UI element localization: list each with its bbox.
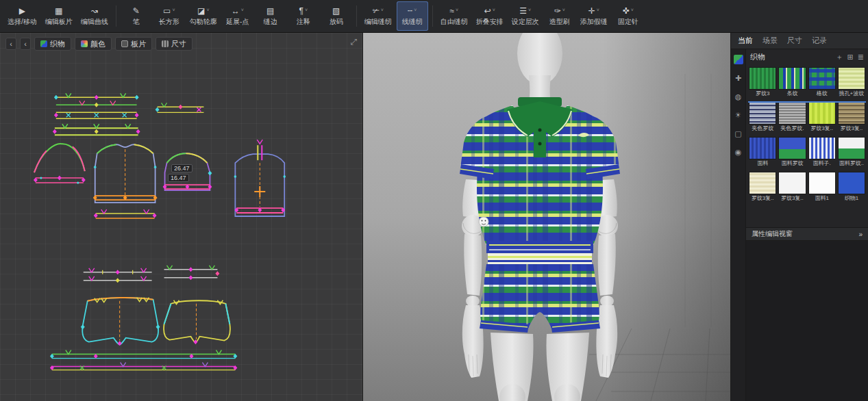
dropdown-caret-icon[interactable]: ˅ [528,8,531,12]
fabric-thumb[interactable] [749,137,776,159]
fabric-swatch[interactable]: 罗纹3 [749,67,776,98]
tool-extend-point[interactable]: ↔˅延展-点 [222,1,253,31]
fabric-swatch[interactable]: 面料1 [808,172,836,203]
tool-set-layer[interactable]: ☰˅设定层次 [508,1,543,31]
pattern-piece-back[interactable] [234,140,286,216]
fabric-thumb[interactable] [838,137,865,159]
pattern-canvas[interactable] [0,33,362,401]
pattern-piece-sleeve[interactable] [34,144,86,184]
fabric-swatch[interactable]: 罗纹3复.. [778,172,806,203]
tool-fold-arrange[interactable]: ↩˅折叠安排 [473,1,507,31]
fabric-swatch[interactable]: 罗纹3复.. [749,172,776,203]
fabric-thumb[interactable] [808,102,836,125]
fabric-swatch[interactable]: 条纹 [778,67,806,98]
tool-pin[interactable]: ✜˅固定针 [612,1,644,31]
fabric-swatch[interactable]: 挑孔+波纹 [838,67,865,98]
dropdown-caret-icon[interactable]: ˅ [493,8,495,12]
fabric-thumb[interactable] [749,172,776,194]
fabric-thumb[interactable] [808,67,836,90]
fabric-swatch[interactable]: 面料 [749,137,776,168]
dropdown-caret-icon[interactable]: ˅ [597,8,599,12]
fabric-swatch[interactable]: 罗纹3复.. [838,102,865,133]
collapse-icon[interactable]: » [858,231,863,238]
fabric-thumb[interactable] [778,137,806,159]
tab-fabric[interactable]: 织物 [34,37,71,51]
tab-current[interactable]: 当前 [738,36,753,46]
property-editor-bar[interactable]: 属性编辑视窗 » [746,227,868,241]
pattern-piece-shorts-back[interactable] [164,300,230,344]
dropdown-caret-icon[interactable]: ˅ [456,8,458,12]
fabric-swatch[interactable]: 格纹 [808,67,836,98]
tool-free-sewing[interactable]: ≈˅自由缝纫 [437,1,471,31]
tool-edit-pattern[interactable]: ▦编辑板片 [42,1,76,31]
tool-styling-brush[interactable]: ✑˅造型刷 [544,1,575,31]
dropdown-caret-icon[interactable]: ˅ [414,8,417,12]
tool-edit-curve[interactable]: ↝编辑曲线 [77,1,112,31]
dropdown-caret-icon[interactable]: ˅ [562,8,565,12]
tool-select-move[interactable]: ▶选择/移动 [4,1,40,31]
tool-seam-allowance[interactable]: ▤缝边 [255,1,286,31]
dropdown-caret-icon[interactable]: ˅ [381,8,384,12]
fabric-thumb[interactable] [749,102,776,125]
light-icon[interactable]: ☀ [735,110,742,120]
tab-pattern[interactable]: 板片 [115,37,152,51]
add-icon[interactable]: ✚ [735,73,741,83]
tab-history[interactable]: 记录 [812,36,827,46]
fabric-thumb[interactable] [838,172,865,194]
fabric-thumb[interactable] [838,102,865,125]
pattern-piece-hem-strips[interactable] [50,350,237,370]
fabric-swatch[interactable]: 罗纹3复.. [808,102,836,133]
pattern-piece-neckband-strips[interactable] [53,93,140,135]
record-icon[interactable]: ◉ [735,147,742,157]
fabric-swatch[interactable]: 面料罗纹 [778,137,806,168]
fabric-swatch[interactable]: 面料罗纹.. [838,137,865,168]
fabric-thumb[interactable] [838,67,865,90]
dropdown-caret-icon[interactable]: ˅ [206,8,209,12]
pattern-piece-bodice-front[interactable] [93,144,158,218]
fabric-thumb[interactable] [778,67,806,90]
tool-pen[interactable]: ✎笔 [121,1,152,31]
dropdown-caret-icon[interactable]: ˅ [172,8,175,12]
fabric-thumb[interactable] [808,137,836,159]
tool-add-basting[interactable]: ✛˅添加假缝 [577,1,611,31]
fabric-swatch[interactable]: 织物1 [838,172,865,203]
tool-trace-outline[interactable]: ◪˅勾勒轮廓 [186,1,221,31]
nav-back2-icon[interactable]: ‹ [20,38,31,50]
tab-size[interactable]: 尺寸 [787,36,802,46]
sphere-icon[interactable]: ◍ [735,92,742,101]
tab-scene[interactable]: 场景 [762,36,778,46]
add-fabric-icon[interactable]: ＋ [836,52,843,62]
pattern-piece-placket-strip[interactable] [156,103,204,112]
garment-polo[interactable] [460,97,620,253]
nav-back-icon[interactable]: ‹ [5,38,16,50]
list-view-icon[interactable]: ≣ [858,53,864,62]
fabric-thumb[interactable] [749,67,776,90]
fabric-thumb[interactable] [778,102,806,125]
tab-size[interactable]: 尺寸 [156,37,193,51]
fabric-swatch[interactable]: 夹色罗纹 [749,102,776,133]
dropdown-caret-icon[interactable]: ˅ [305,8,308,12]
sticker-face[interactable] [479,217,488,227]
fabric-thumb[interactable] [808,172,836,194]
fabric-swatch[interactable]: 面料子. [808,137,836,168]
pattern-piece-waistband-right[interactable] [164,266,220,280]
pen-icon: ✎ [133,6,140,16]
board-icon[interactable]: ▢ [734,129,741,138]
tool-line-sewing[interactable]: ╌˅线缝纫 [397,1,428,31]
dropdown-caret-icon[interactable]: ˅ [631,8,634,12]
grid-view-icon[interactable]: ⊞ [847,53,854,62]
tool-rectangle[interactable]: ▭˅长方形 [153,1,185,31]
tool-annotation[interactable]: ¶˅注释 [288,1,319,31]
pattern-2d-panel[interactable]: ‹ ‹ 织物 颜色 板片 尺寸 ⤢ 26.47 16.47 [0,33,363,401]
pattern-piece-waistband-left[interactable] [84,268,152,283]
fabric-swatch[interactable]: 夹色罗纹. [778,102,806,133]
tool-grading[interactable]: ▧放码 [321,1,352,31]
pattern-piece-shorts-front[interactable] [81,298,160,346]
expand-panel-icon[interactable]: ⤢ [350,37,357,47]
viewport-3d[interactable] [363,33,731,401]
fabric-library-icon[interactable] [734,55,743,64]
tab-color[interactable]: 颜色 [75,37,112,51]
dropdown-caret-icon[interactable]: ˅ [241,8,244,12]
tool-edit-sewing[interactable]: ✃˅编辑缝纫 [361,1,395,31]
fabric-thumb[interactable] [778,172,806,194]
